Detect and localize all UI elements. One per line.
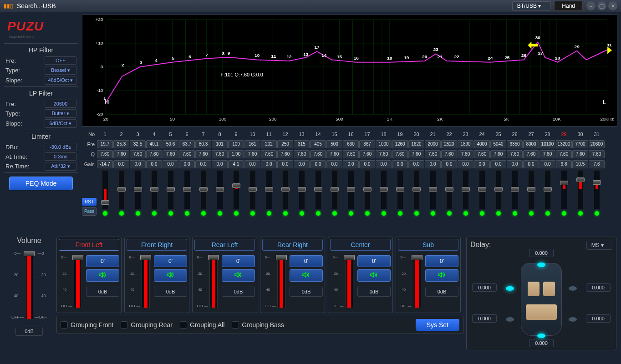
channel-title-button[interactable]: Sub xyxy=(398,239,458,251)
eq-fader[interactable] xyxy=(474,170,490,216)
eq-gain-cell[interactable]: 0.0 xyxy=(130,160,146,168)
eq-fre-cell[interactable]: 19.7 xyxy=(97,140,113,148)
eq-gain-cell[interactable]: 0.0 xyxy=(425,160,441,168)
delay-unit-select[interactable]: MS ▾ xyxy=(586,241,612,250)
eq-fre-cell[interactable]: 630 xyxy=(343,140,359,148)
hp-slope-select[interactable]: 48dB/Oct ▾ xyxy=(45,76,76,85)
eq-band-header[interactable]: 26 xyxy=(507,130,523,138)
eq-fader[interactable] xyxy=(195,170,211,216)
eq-fader[interactable] xyxy=(343,170,359,216)
hp-fre-value[interactable]: OFF xyxy=(45,56,76,65)
eq-fader[interactable] xyxy=(326,170,342,216)
eq-fader[interactable] xyxy=(228,170,244,216)
eq-q-cell[interactable]: 7.60 xyxy=(490,150,506,158)
eq-q-cell[interactable]: 7.60 xyxy=(458,150,473,158)
eq-gain-cell[interactable]: 10.5 xyxy=(572,160,588,168)
sys-set-button[interactable]: Sys Set xyxy=(416,319,459,331)
limiter-at-value[interactable]: 0.3ms xyxy=(45,152,76,161)
eq-q-cell[interactable]: 7.60 xyxy=(113,150,129,158)
channel-fader[interactable] xyxy=(142,255,150,308)
phase-button[interactable]: 0' xyxy=(290,255,323,267)
eq-gain-cell[interactable]: -14.7 xyxy=(97,160,113,168)
hp-type-select[interactable]: Bessel ▾ xyxy=(45,66,76,75)
grouping-checkbox[interactable]: Grouping Front xyxy=(61,321,113,329)
eq-fre-cell[interactable]: 10100 xyxy=(540,140,555,148)
peq-mode-button[interactable]: PEQ Mode xyxy=(9,177,73,190)
close-icon[interactable]: ✕ xyxy=(608,1,617,10)
eq-fre-cell[interactable]: 1620 xyxy=(408,140,424,148)
eq-fader[interactable] xyxy=(376,170,392,216)
eq-q-cell[interactable]: 7.60 xyxy=(376,150,392,158)
channel-fader[interactable] xyxy=(209,255,218,308)
eq-q-cell[interactable]: 7.60 xyxy=(310,150,326,158)
eq-gain-cell[interactable]: 0.0 xyxy=(359,160,375,168)
eq-fader[interactable] xyxy=(130,170,146,216)
eq-fader[interactable] xyxy=(97,170,113,216)
limiter-re-select[interactable]: Atk*32 ▾ xyxy=(45,162,76,171)
delay-rear-left[interactable]: 0.000 xyxy=(472,314,497,323)
eq-gain-cell[interactable]: 0.0 xyxy=(163,160,178,168)
eq-gain-cell[interactable]: 0.0 xyxy=(277,160,293,168)
eq-fader[interactable] xyxy=(277,170,293,216)
grouping-checkbox[interactable]: Grouping All xyxy=(180,321,224,329)
eq-band-header[interactable]: 16 xyxy=(343,130,359,138)
eq-gain-cell[interactable]: 0.0 xyxy=(392,160,408,168)
phase-button[interactable]: 0' xyxy=(425,255,458,267)
channel-db[interactable]: 0dB xyxy=(357,287,391,297)
eq-band-header[interactable]: 22 xyxy=(441,130,457,138)
eq-fader[interactable] xyxy=(261,170,277,216)
eq-gain-cell[interactable]: 0.0 xyxy=(458,160,473,168)
eq-q-cell[interactable]: 7.60 xyxy=(244,150,260,158)
mute-button[interactable] xyxy=(357,269,391,282)
eq-gain-cell[interactable]: 0.0 xyxy=(195,160,211,168)
eq-band-header[interactable]: 21 xyxy=(425,130,441,138)
mute-button[interactable] xyxy=(290,269,323,282)
eq-band-header[interactable]: 24 xyxy=(474,130,490,138)
eq-gain-cell[interactable]: 0.0 xyxy=(244,160,260,168)
eq-q-cell[interactable]: 7.60 xyxy=(146,150,162,158)
eq-band-header[interactable]: 2 xyxy=(113,130,129,138)
eq-fre-cell[interactable]: 20600 xyxy=(589,140,605,148)
eq-fre-cell[interactable]: 2520 xyxy=(441,140,457,148)
eq-fader[interactable] xyxy=(310,170,326,216)
eq-gain-cell[interactable]: 0.0 xyxy=(343,160,359,168)
delay-center-top[interactable]: 0.000 xyxy=(529,249,554,257)
eq-fre-cell[interactable]: 1890 xyxy=(458,140,473,148)
eq-gain-cell[interactable]: 0.0 xyxy=(490,160,506,168)
delay-front-left[interactable]: 0.000 xyxy=(472,283,497,292)
eq-q-cell[interactable]: 7.60 xyxy=(343,150,359,158)
mute-button[interactable] xyxy=(425,269,458,282)
eq-fader[interactable] xyxy=(523,170,539,216)
channel-fader[interactable] xyxy=(345,255,353,308)
phase-button[interactable]: 0' xyxy=(86,255,119,267)
eq-fre-cell[interactable]: 250 xyxy=(277,140,293,148)
eq-band-header[interactable]: 3 xyxy=(130,130,146,138)
eq-fader[interactable] xyxy=(163,170,178,216)
eq-fader[interactable] xyxy=(441,170,457,216)
channel-fader[interactable] xyxy=(413,255,421,308)
eq-q-cell[interactable]: 7.60 xyxy=(474,150,490,158)
eq-gain-cell[interactable]: 0.0 xyxy=(294,160,310,168)
eq-q-cell[interactable]: 7.60 xyxy=(359,150,375,158)
eq-fader[interactable] xyxy=(572,170,588,216)
mute-button[interactable] xyxy=(222,269,255,282)
eq-fader[interactable] xyxy=(507,170,523,216)
eq-fader[interactable] xyxy=(490,170,506,216)
eq-q-cell[interactable]: 7.60 xyxy=(589,150,605,158)
eq-gain-cell[interactable]: 0.0 xyxy=(310,160,326,168)
channel-db[interactable]: 0dB xyxy=(222,287,255,297)
eq-fre-cell[interactable]: 8000 xyxy=(523,140,539,148)
eq-band-header[interactable]: 14 xyxy=(310,130,326,138)
eq-gain-cell[interactable]: 0.0 xyxy=(376,160,392,168)
delay-sub-bottom[interactable]: 0.000 xyxy=(529,339,554,347)
eq-gain-cell[interactable]: 0.0 xyxy=(261,160,277,168)
eq-fre-cell[interactable]: 7700 xyxy=(572,140,588,148)
eq-band-header[interactable]: 19 xyxy=(392,130,408,138)
channel-db[interactable]: 0dB xyxy=(425,287,458,297)
mute-button[interactable] xyxy=(154,269,187,282)
eq-band-header[interactable]: 12 xyxy=(277,130,293,138)
eq-fre-cell[interactable]: 109 xyxy=(228,140,244,148)
minimize-icon[interactable]: – xyxy=(586,1,596,10)
eq-fader[interactable] xyxy=(212,170,228,216)
eq-band-header[interactable]: 4 xyxy=(146,130,162,138)
